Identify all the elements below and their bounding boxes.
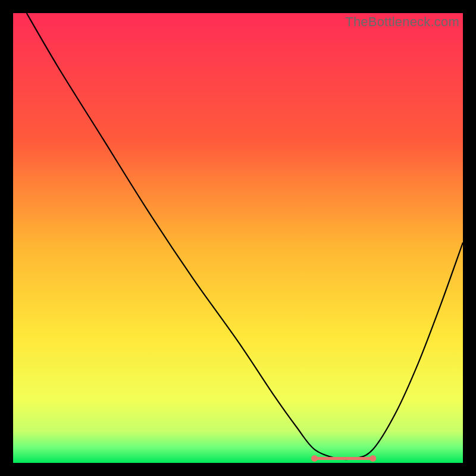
chart-frame: TheBottleneck.com <box>13 13 463 463</box>
svg-point-1 <box>311 455 318 462</box>
gradient-background <box>13 13 463 463</box>
svg-point-2 <box>369 455 376 462</box>
chart-plot <box>13 13 463 463</box>
watermark-label: TheBottleneck.com <box>345 14 459 30</box>
